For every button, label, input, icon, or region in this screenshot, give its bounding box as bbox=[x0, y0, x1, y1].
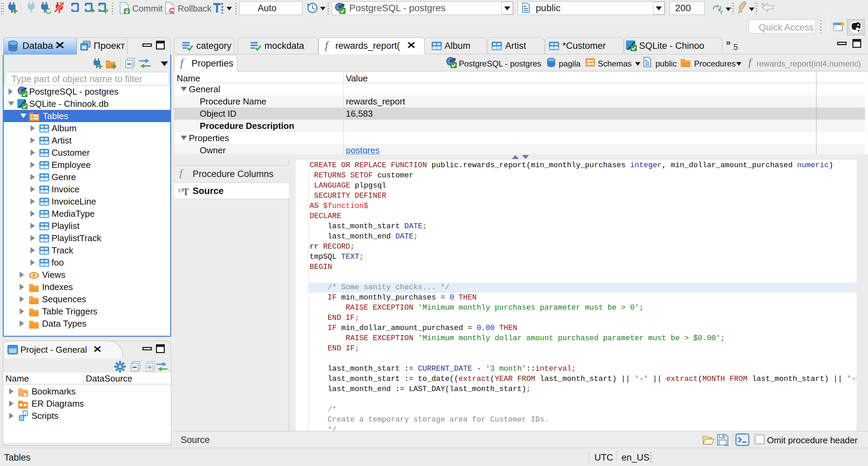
svg-text:T: T bbox=[183, 186, 189, 196]
svg-text:f: f bbox=[179, 168, 184, 179]
